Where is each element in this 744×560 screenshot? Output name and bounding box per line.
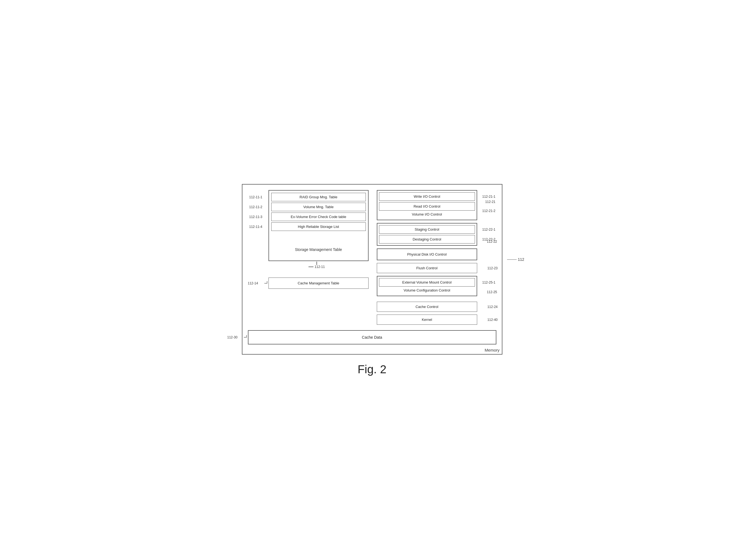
cache-mgmt-wrapper: 112-14 Cache Management Table <box>268 277 369 289</box>
volume-mng-row: 112-11-2 Volume Mng. Table <box>271 203 366 211</box>
kernel-wrapper: 112-40 Kernel <box>377 314 477 325</box>
diagram-container: Memory 112-11-1 <box>242 184 503 354</box>
cache-mgmt-box: Cache Management Table <box>268 277 369 289</box>
cache-control-label: Cache Control <box>415 305 438 309</box>
ref-112-container: 112 <box>507 257 524 262</box>
volume-mng-box: Volume Mng. Table <box>271 203 366 211</box>
cache-mgmt-bracket <box>264 281 268 286</box>
ref-112-line <box>507 259 517 260</box>
ext-vol-mount-box: External Volume Mount Control <box>379 278 475 287</box>
ref-112-40: 112-40 <box>487 318 497 322</box>
storage-items-group: 112-11-1 RAID Group Mng. Table 112-11-2 … <box>271 193 366 231</box>
hrs-label: High Reliable Storage List <box>298 225 339 229</box>
hrs-box: High Reliable Storage List <box>271 222 366 231</box>
storage-ref-hook-h <box>308 267 313 267</box>
ref-112-14: 112-14 <box>248 282 258 285</box>
ref-112-21: 112-21 <box>485 200 495 204</box>
ref-112-30: 112-30 <box>227 335 237 339</box>
kernel-box: Kernel <box>377 314 477 325</box>
ref-112-21-1: 112-21-1 <box>482 195 495 198</box>
ext-vol-group-box: 112-25-1 External Volume Mount Control V… <box>377 276 477 296</box>
ref-112-11-1: 112-11-1 <box>249 195 262 199</box>
storage-ref-hook: 112-11 <box>308 265 325 269</box>
ref-112-22: 112-22 <box>487 240 497 244</box>
flush-label: Flush Control <box>416 266 437 270</box>
cache-data-box: Cache Data <box>248 330 496 344</box>
fig-label: Fig. 2 <box>358 363 386 376</box>
ref-112-25: 112-25 <box>487 290 497 294</box>
ref-112-25-1: 112-25-1 <box>482 281 495 285</box>
destaging-label: Destaging Control <box>413 237 441 241</box>
flush-box: Flush Control <box>377 263 477 273</box>
memory-label: Memory <box>485 348 499 352</box>
cache-data-wrapper: 112-30 Cache Data <box>248 330 496 344</box>
diagram-wrapper: Memory 112-11-1 <box>221 184 523 376</box>
cache-data-bracket <box>244 335 248 340</box>
ext-vol-inner-wrapper: 112-25-1 External Volume Mount Control <box>379 278 475 287</box>
cache-control-box: Cache Control <box>377 302 477 312</box>
exvol-label: Ex-Volume Error Check Code table <box>291 215 346 219</box>
write-io-row: 112-21-1 Write I/O Control <box>379 192 475 201</box>
storage-ref-line-v <box>317 262 317 265</box>
physical-disk-text: Physical Disk I/O Control <box>379 251 475 258</box>
ref-112-11-3: 112-11-3 <box>249 215 262 219</box>
memory-outer-box: Memory 112-11-1 <box>242 184 503 354</box>
ref-112-label: 112 <box>518 257 524 262</box>
storage-group-ref-label: 112-11 <box>314 265 325 269</box>
destaging-box: Destaging Control <box>379 235 475 244</box>
cache-mgmt-label: Cache Management Table <box>298 281 339 285</box>
exvol-box: Ex-Volume Error Check Code table <box>271 213 366 221</box>
io-items: 112-21-1 Write I/O Control 112-21 Read I… <box>379 192 475 211</box>
left-column: 112-11-1 RAID Group Mng. Table 112-11-2 … <box>248 190 369 325</box>
io-group-box: 112-21-1 Write I/O Control 112-21 Read I… <box>377 190 477 220</box>
staging-label: Staging Control <box>415 227 439 231</box>
storage-mgmt-label: Storage Management Table <box>271 247 366 252</box>
volume-io-text: Volume I/O Control <box>379 211 475 218</box>
volume-mng-label: Volume Mng. Table <box>303 205 333 209</box>
stage-items: 112-22-1 Staging Control 112-22-2 Destag… <box>379 225 475 244</box>
read-io-row: 112-21 Read I/O Control 112-21-2 <box>379 202 475 211</box>
hrs-row: 112-11-4 High Reliable Storage List <box>271 222 366 231</box>
ref-112-23: 112-23 <box>487 266 497 270</box>
ref-112-24: 112-24 <box>487 305 497 309</box>
ref-112-11-4: 112-11-4 <box>249 225 262 229</box>
storage-mgmt-group-box: 112-11-1 RAID Group Mng. Table 112-11-2 … <box>268 190 369 261</box>
ref-112-22-1: 112-22-1 <box>482 228 495 231</box>
storage-group-ref-container: 112-11 <box>308 262 325 269</box>
write-io-label: Write I/O Control <box>414 194 440 198</box>
vol-config-text: Volume Configuration Control <box>379 287 475 294</box>
raid-group-label: RAID Group Mng. Table <box>299 195 337 199</box>
read-io-label: Read I/O Control <box>414 204 440 209</box>
main-two-col: 112-11-1 RAID Group Mng. Table 112-11-2 … <box>248 190 496 325</box>
staging-row: 112-22-1 Staging Control <box>379 225 475 234</box>
cache-control-wrapper: 112-24 Cache Control <box>377 302 477 312</box>
write-io-box: Write I/O Control <box>379 192 475 201</box>
raid-group-box: RAID Group Mng. Table <box>271 193 366 201</box>
exvol-row: 112-11-3 Ex-Volume Error Check Code tabl… <box>271 213 366 221</box>
kernel-label: Kernel <box>422 318 432 322</box>
ref-112-11-2: 112-11-2 <box>249 205 262 209</box>
cache-data-label: Cache Data <box>362 335 382 339</box>
physical-disk-outer-box: Physical Disk I/O Control <box>377 249 477 260</box>
right-column: 112-21-1 Write I/O Control 112-21 Read I… <box>377 190 496 325</box>
read-io-box: Read I/O Control <box>379 202 475 211</box>
destaging-row: 112-22-2 Destaging Control <box>379 235 475 244</box>
flush-wrapper: 112-23 Flush Control <box>377 263 477 273</box>
stage-group-box: 112-22-1 Staging Control 112-22-2 Destag… <box>377 223 477 246</box>
ext-vol-mount-label: External Volume Mount Control <box>402 280 452 285</box>
raid-row: 112-11-1 RAID Group Mng. Table <box>271 193 366 201</box>
staging-box: Staging Control <box>379 225 475 234</box>
ref-112-21-2: 112-21-2 <box>482 209 495 213</box>
